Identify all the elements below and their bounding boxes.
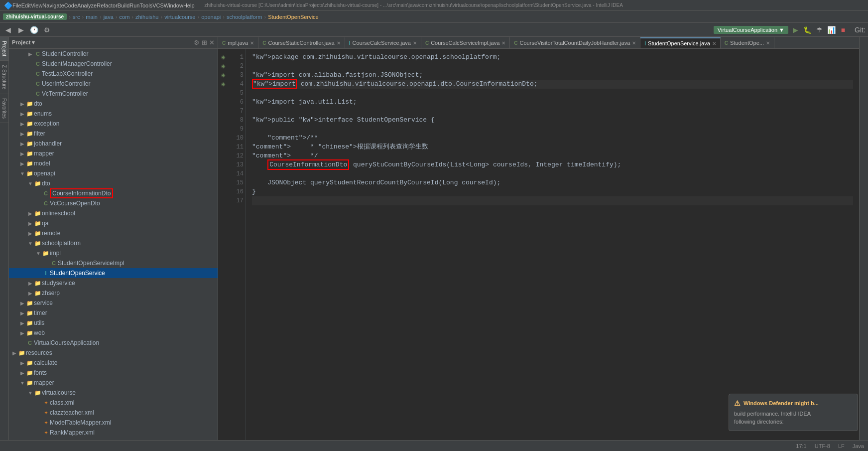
debug-btn[interactable]: 🐛 <box>802 25 812 35</box>
tree-toggle[interactable]: ▶ <box>19 330 26 336</box>
menu-edit[interactable]: Edit <box>21 2 31 8</box>
menu-view[interactable]: View <box>31 2 43 8</box>
tree-item[interactable]: ▶📁web <box>9 328 218 338</box>
tab-close-btn[interactable]: ✕ <box>501 40 505 46</box>
editor-tab[interactable]: CCourseCalcServiceImpl.java✕ <box>421 37 510 48</box>
tree-item[interactable]: CStudentOpenServiceImpl <box>9 258 218 268</box>
tree-item[interactable]: ▶📁onlineschool <box>9 208 218 218</box>
editor-tab[interactable]: CStudentOpe...✕ <box>721 37 774 48</box>
menu-code[interactable]: Code <box>64 2 77 8</box>
tree-toggle[interactable]: ▶ <box>19 370 26 376</box>
tab-close-btn[interactable]: ✕ <box>337 40 341 46</box>
menu-window[interactable]: Window <box>164 2 183 8</box>
breadcrumb-com[interactable]: com <box>120 14 130 20</box>
menu-refactor[interactable]: Refactor <box>97 2 118 8</box>
tree-item[interactable]: ▶📁jobhandler <box>9 139 218 149</box>
file-type[interactable]: Java <box>853 443 864 449</box>
menu-analyze[interactable]: Analyze <box>77 2 97 8</box>
tree-item[interactable]: CVcCourseOpenDto <box>9 198 218 208</box>
profile-btn[interactable]: 📊 <box>826 25 836 35</box>
tree-item[interactable]: ▶📁mapper <box>9 149 218 158</box>
tree-item[interactable]: ✦RecordModelMapper.xml <box>9 438 218 440</box>
editor-tab[interactable]: Cmpl.java✕ <box>218 37 258 48</box>
tree-item[interactable]: ▼📁openapi <box>9 168 218 178</box>
toolbar-back-btn[interactable]: ◀ <box>3 25 13 35</box>
tree-toggle[interactable]: ▶ <box>19 320 26 326</box>
menu-help[interactable]: Help <box>183 2 195 8</box>
menu-navigate[interactable]: Navigate <box>42 2 64 8</box>
tree-item[interactable]: CTestLabXController <box>9 69 218 79</box>
line-col[interactable]: 17:1 <box>796 443 806 449</box>
editor-tab[interactable]: CCourseStaticController.java✕ <box>258 37 345 48</box>
line-sep[interactable]: LF <box>838 443 845 449</box>
tree-item[interactable]: ▶📁filter <box>9 129 218 139</box>
tree-item[interactable]: ▶📁service <box>9 298 218 308</box>
tree-item[interactable]: CCourseInformationDto <box>9 188 218 198</box>
tabs-bar[interactable]: Cmpl.java✕CCourseStaticController.java✕I… <box>218 37 859 49</box>
toolbar-recent-btn[interactable]: 🕐 <box>29 25 39 35</box>
tree-toggle[interactable]: ▼ <box>19 380 26 386</box>
tree-item[interactable]: ▼📁virtualcourse <box>9 388 218 398</box>
tree-toggle[interactable]: ▶ <box>19 111 26 117</box>
app-icon[interactable]: 🔷 <box>4 1 12 9</box>
tree-toggle[interactable]: ▼ <box>27 390 34 396</box>
tree-item[interactable]: ✦clazzteacher.xml <box>9 408 218 418</box>
tree-item[interactable]: ▼📁impl <box>9 248 218 258</box>
tree-item[interactable]: ▶📁enums <box>9 109 218 119</box>
breadcrumb-openapi[interactable]: openapi <box>201 14 221 20</box>
breadcrumb-java[interactable]: java <box>104 14 114 20</box>
code-content[interactable]: "kw">package com.zhihuishu.virtualcourse… <box>246 49 859 440</box>
gutter-icon[interactable]: ◉ <box>218 53 228 62</box>
breadcrumb-src[interactable]: src <box>73 14 80 20</box>
tree-item[interactable]: ▶📁remote <box>9 228 218 238</box>
tree-item[interactable]: ▶📁dto <box>9 99 218 109</box>
tree-item[interactable]: CVirtualCourseApplication <box>9 338 218 348</box>
project-tree[interactable]: ▶CStudentController CStudentManagerContr… <box>9 49 218 440</box>
favorites-tab-btn[interactable]: Favorites <box>0 94 8 123</box>
tree-toggle[interactable]: ▶ <box>27 51 34 57</box>
tree-toggle[interactable]: ▼ <box>19 171 26 176</box>
tree-toggle[interactable]: ▶ <box>27 221 34 226</box>
tree-toggle[interactable]: ▶ <box>27 211 34 216</box>
toolbar-settings-btn[interactable]: ⚙ <box>42 25 52 35</box>
tree-item[interactable]: ▶📁studyservice <box>9 278 218 288</box>
breadcrumb-main[interactable]: main <box>86 14 98 20</box>
git-icon[interactable]: Git: <box>855 25 865 35</box>
tree-item[interactable]: ▶📁resources <box>9 348 218 358</box>
encoding[interactable]: UTF-8 <box>815 443 830 449</box>
tree-item[interactable]: ▶📁timer <box>9 308 218 318</box>
structure-tab-btn[interactable]: Z Structure <box>0 61 8 94</box>
tree-toggle[interactable]: ▼ <box>27 241 34 246</box>
tree-item[interactable]: CVcTermController <box>9 89 218 99</box>
run-btn[interactable]: ▶ <box>790 25 800 35</box>
tree-toggle[interactable]: ▶ <box>19 301 26 306</box>
toolbar-forward-btn[interactable]: ▶ <box>16 25 26 35</box>
tree-item[interactable]: CUserInfoController <box>9 79 218 89</box>
tree-item[interactable]: ▼📁schoolplatform <box>9 238 218 248</box>
tree-item[interactable]: ✦class.xml <box>9 398 218 408</box>
tree-item[interactable]: ▶📁calculate <box>9 358 218 368</box>
menu-build[interactable]: Build <box>118 2 129 8</box>
tree-item[interactable]: ▶📁fonts <box>9 368 218 378</box>
tree-toggle[interactable]: ▶ <box>19 360 26 366</box>
tree-item[interactable]: ▶📁exception <box>9 119 218 129</box>
tree-item[interactable]: ▼📁mapper <box>9 378 218 388</box>
gutter-icon[interactable]: ◉ <box>218 80 228 89</box>
menu-bar[interactable]: 🔷 <box>4 1 12 9</box>
tree-item[interactable]: ▼📁dto <box>9 178 218 188</box>
tree-toggle[interactable]: ▶ <box>27 231 34 236</box>
panel-close-icon[interactable]: ✕ <box>209 39 215 46</box>
tree-toggle[interactable]: ▼ <box>35 251 42 256</box>
tree-toggle[interactable]: ▶ <box>19 121 26 127</box>
tree-toggle[interactable]: ▶ <box>19 310 26 316</box>
project-tab-btn[interactable]: Project <box>0 37 8 61</box>
editor-tab[interactable]: CCourseVisitorTotalCountDailyJobHandler.… <box>510 37 640 48</box>
panel-layout-icon[interactable]: ⊞ <box>202 39 207 46</box>
tab-close-btn[interactable]: ✕ <box>712 41 716 46</box>
tab-close-btn[interactable]: ✕ <box>766 40 770 46</box>
editor-tab[interactable]: IStudentOpenService.java✕ <box>640 37 721 48</box>
tree-item[interactable]: ✦ModelTableMapper.xml <box>9 418 218 428</box>
tree-toggle[interactable]: ▶ <box>27 281 34 286</box>
tab-close-btn[interactable]: ✕ <box>250 40 254 46</box>
tree-item[interactable]: ✦RankMapper.xml <box>9 428 218 438</box>
